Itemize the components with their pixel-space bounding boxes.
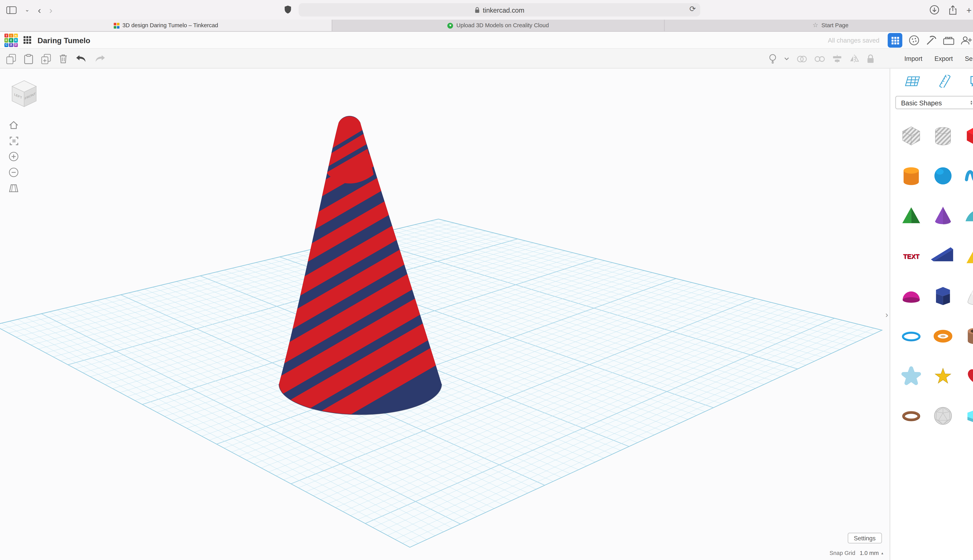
url-text: tinkercad.com: [483, 6, 524, 13]
notes-tool-icon[interactable]: [969, 76, 973, 87]
simlab-icon[interactable]: [909, 35, 920, 46]
viewport-3d[interactable]: LEFT FRONT Settings Snap Grid 1.: [0, 68, 889, 560]
editor-mode-3d-button[interactable]: [888, 33, 902, 48]
fit-view-button[interactable]: [8, 135, 19, 146]
caret-up-icon: ▴: [881, 551, 883, 555]
shape-cylinder-hole[interactable]: [931, 123, 956, 148]
cone-model[interactable]: [275, 112, 447, 446]
delete-icon[interactable]: [59, 54, 67, 63]
shape-cone[interactable]: [931, 203, 956, 229]
shape-scribble[interactable]: [963, 163, 973, 188]
shape-hex-prism[interactable]: [963, 403, 973, 428]
view-controls: [8, 119, 19, 194]
ungroup-icon[interactable]: [814, 54, 825, 63]
app-header: TINKERCAD Daring Tumelo All changes save…: [0, 32, 973, 49]
share-icon[interactable]: [948, 5, 957, 15]
shape-box[interactable]: ★: [963, 123, 973, 148]
svg-text:TEXT: TEXT: [903, 253, 919, 260]
tab-label: Upload 3D Models on Creality Cloud: [456, 22, 549, 28]
design-title[interactable]: Daring Tumelo: [38, 36, 90, 45]
export-button[interactable]: Export: [935, 55, 953, 62]
apps-menu-icon[interactable]: [23, 36, 31, 44]
shape-category-value: Basic Shapes: [901, 99, 942, 107]
perspective-toggle-button[interactable]: [8, 183, 19, 194]
back-button[interactable]: ‹: [38, 5, 41, 15]
shape-heart[interactable]: [963, 363, 973, 389]
home-view-button[interactable]: [8, 119, 19, 130]
undo-icon[interactable]: [76, 55, 87, 63]
shape-box-hole[interactable]: [899, 123, 924, 148]
tinkercad-favicon: [114, 23, 119, 28]
shape-text[interactable]: TEXTTEXT: [899, 243, 924, 269]
shape-polygon[interactable]: [931, 283, 956, 308]
paste-icon[interactable]: [24, 54, 33, 64]
zoom-in-button[interactable]: [8, 151, 19, 162]
snap-grid-row: Snap Grid 1.0 mm ▴: [829, 550, 883, 556]
shapes-panel: Basic Shapes ▲▼ ★TEXTTEXT: [889, 68, 973, 560]
snap-grid-label: Snap Grid: [829, 550, 855, 556]
shape-icosahedron[interactable]: [931, 403, 956, 428]
zoom-out-button[interactable]: [8, 167, 19, 178]
snap-grid-value: 1.0 mm: [860, 550, 879, 556]
creality-favicon: ♥: [447, 23, 453, 28]
tinkercad-logo[interactable]: TINKERCAD: [5, 33, 18, 47]
shape-soft-star[interactable]: [899, 363, 924, 389]
downloads-icon[interactable]: [930, 5, 939, 15]
redo-icon[interactable]: [95, 55, 106, 63]
privacy-shield-icon[interactable]: [284, 5, 292, 17]
shape-half-sphere[interactable]: [899, 283, 924, 308]
minecraft-blocks-icon[interactable]: [926, 35, 937, 46]
shape-torus[interactable]: [931, 323, 956, 348]
group-icon[interactable]: [797, 54, 807, 63]
align-icon[interactable]: [833, 54, 842, 63]
new-tab-button[interactable]: +: [966, 5, 971, 14]
copy-icon[interactable]: [7, 54, 16, 64]
panel-collapse-handle[interactable]: ›: [883, 307, 891, 322]
import-button[interactable]: Import: [904, 55, 923, 62]
shape-star[interactable]: [931, 363, 956, 389]
shape-tube[interactable]: [963, 323, 973, 348]
address-bar[interactable]: tinkercad.com ⟳: [299, 3, 700, 17]
send-to-button[interactable]: Send To: [965, 55, 973, 62]
browser-tab-bar: 3D design Daring Tumelo – Tinkercad ♥ Up…: [0, 20, 973, 32]
duplicate-icon[interactable]: [41, 54, 51, 64]
shape-paraboloid[interactable]: [963, 283, 973, 308]
settings-button[interactable]: Settings: [848, 533, 882, 544]
shape-torus-thin[interactable]: [899, 323, 924, 348]
snap-grid-select[interactable]: 1.0 mm ▴: [860, 550, 883, 556]
refresh-icon[interactable]: ⟳: [689, 5, 696, 13]
tab-label: 3D design Daring Tumelo – Tinkercad: [122, 22, 218, 28]
view-cube[interactable]: LEFT FRONT: [7, 77, 41, 112]
star-favicon: ☆: [813, 22, 818, 28]
select-stepper-icon: ▲▼: [970, 100, 973, 105]
lock-icon[interactable]: [867, 54, 874, 63]
workplane-tool-icon[interactable]: [904, 76, 920, 86]
browser-toolbar: ⌄ ‹ › tinkercad.com ⟳ +: [0, 0, 973, 20]
shape-cylinder[interactable]: [899, 163, 924, 188]
edit-toolbar: Import Export Send To: [0, 49, 973, 68]
shape-ring[interactable]: [899, 403, 924, 428]
tab-tinkercad[interactable]: 3D design Daring Tumelo – Tinkercad: [0, 20, 333, 31]
chevron-down-icon[interactable]: ⌄: [25, 7, 30, 13]
shape-wedge[interactable]: [931, 243, 956, 269]
shape-sphere[interactable]: [931, 163, 956, 188]
forward-button[interactable]: ›: [49, 5, 52, 15]
shape-roof[interactable]: [963, 203, 973, 229]
shape-diamond[interactable]: [963, 243, 973, 269]
shape-pyramid[interactable]: [899, 203, 924, 229]
sidebar-toggle-button[interactable]: [7, 6, 17, 13]
lock-icon: [475, 7, 480, 13]
mirror-icon[interactable]: [849, 55, 859, 63]
screen: ⌄ ‹ › tinkercad.com ⟳ +: [0, 0, 973, 560]
tab-creality[interactable]: ♥ Upload 3D Models on Creality Cloud: [333, 20, 665, 31]
lego-bricks-icon[interactable]: [943, 36, 955, 45]
shape-grid: ★TEXTTEXT: [890, 109, 973, 428]
tab-label: Start Page: [821, 22, 848, 28]
ruler-tool-icon[interactable]: [938, 75, 951, 88]
save-status: All changes saved: [828, 37, 879, 44]
collaborate-icon[interactable]: [961, 36, 972, 45]
show-all-bulb-icon[interactable]: [769, 54, 776, 64]
shape-category-select[interactable]: Basic Shapes ▲▼: [895, 96, 973, 109]
tab-start-page[interactable]: ☆ Start Page: [665, 20, 973, 31]
chevron-down-icon[interactable]: [784, 57, 789, 60]
